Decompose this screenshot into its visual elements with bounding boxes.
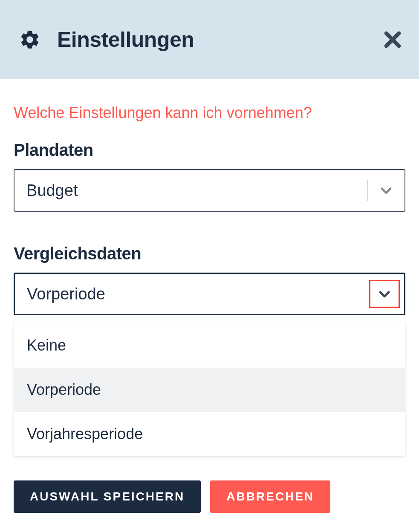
dropdown-option-vorperiode[interactable]: Vorperiode xyxy=(14,368,405,412)
help-link[interactable]: Welche Einstellungen kann ich vornehmen? xyxy=(14,104,405,122)
plandaten-value: Budget xyxy=(26,181,78,200)
header: Einstellungen xyxy=(0,0,419,79)
chevron-highlight[interactable] xyxy=(369,280,400,308)
chevron-down-icon xyxy=(379,183,393,198)
content: Welche Einstellungen kann ich vornehmen?… xyxy=(0,79,419,513)
close-icon[interactable] xyxy=(383,30,402,49)
save-button[interactable]: AUSWAHL SPEICHERN xyxy=(14,480,201,513)
dropdown-option-keine[interactable]: Keine xyxy=(14,323,405,368)
gear-icon xyxy=(19,29,41,51)
cancel-button[interactable]: ABBRECHEN xyxy=(210,480,330,513)
plandaten-label: Plandaten xyxy=(14,141,405,160)
plandaten-select[interactable]: Budget xyxy=(14,169,405,212)
vergleichsdaten-dropdown: Keine Vorperiode Vorjahresperiode xyxy=(14,323,405,457)
header-left: Einstellungen xyxy=(19,27,194,52)
vergleichsdaten-label: Vergleichsdaten xyxy=(14,244,405,263)
select-indicator xyxy=(367,170,405,211)
dropdown-option-vorjahresperiode[interactable]: Vorjahresperiode xyxy=(14,412,405,456)
vergleichsdaten-value: Vorperiode xyxy=(27,285,105,303)
button-row: AUSWAHL SPEICHERN ABBRECHEN xyxy=(14,480,405,513)
page-title: Einstellungen xyxy=(57,27,194,52)
select-indicator xyxy=(369,274,404,314)
chevron-wrap xyxy=(368,170,405,211)
chevron-down-icon xyxy=(377,287,392,301)
vergleichsdaten-select[interactable]: Vorperiode xyxy=(14,273,405,315)
